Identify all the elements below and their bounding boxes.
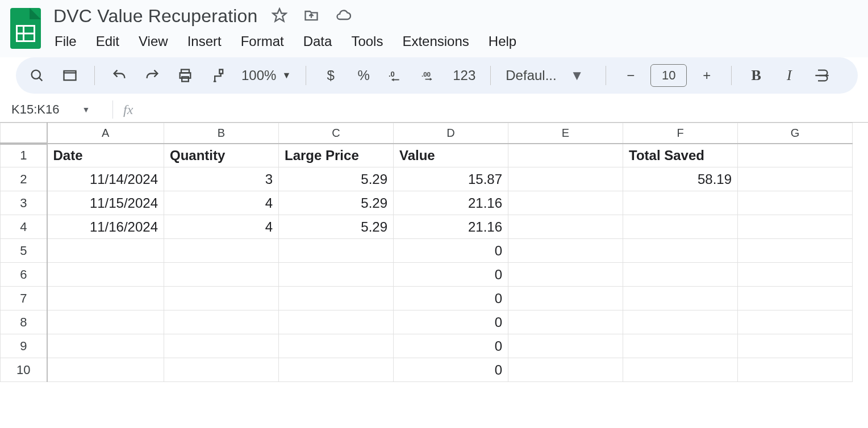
strikethrough-button[interactable] bbox=[812, 64, 832, 87]
cell-D9[interactable]: 0 bbox=[394, 334, 508, 358]
bold-button[interactable]: B bbox=[746, 64, 766, 87]
cell-B4[interactable]: 4 bbox=[164, 215, 279, 239]
filter-views-icon[interactable] bbox=[60, 64, 80, 87]
row-header[interactable]: 2 bbox=[1, 167, 47, 191]
redo-icon[interactable] bbox=[143, 64, 162, 87]
menu-data[interactable]: Data bbox=[303, 33, 332, 49]
font-select[interactable]: Defaul... ▼ bbox=[506, 68, 591, 83]
row-header[interactable]: 3 bbox=[1, 191, 47, 215]
cell-F5[interactable] bbox=[623, 239, 738, 263]
cell-B3[interactable]: 4 bbox=[164, 191, 279, 215]
cell-F9[interactable] bbox=[623, 334, 738, 358]
cloud-status-icon[interactable] bbox=[335, 7, 351, 26]
cell-C4[interactable]: 5.29 bbox=[279, 215, 394, 239]
cell-G6[interactable] bbox=[738, 263, 853, 287]
cell-C3[interactable]: 5.29 bbox=[279, 191, 394, 215]
menu-format[interactable]: Format bbox=[241, 33, 284, 49]
cell-E9[interactable] bbox=[508, 334, 623, 358]
sheets-logo[interactable] bbox=[10, 8, 41, 49]
cell-F2[interactable]: 58.19 bbox=[623, 167, 738, 191]
print-icon[interactable] bbox=[176, 64, 195, 87]
menu-edit[interactable]: Edit bbox=[96, 33, 119, 49]
cell-A4[interactable]: 11/16/2024 bbox=[47, 215, 164, 239]
cell-D1[interactable]: Value bbox=[394, 144, 508, 167]
cell-G2[interactable] bbox=[738, 167, 853, 191]
col-header-D[interactable]: D bbox=[394, 123, 508, 144]
row-header[interactable]: 6 bbox=[1, 263, 47, 287]
menu-extensions[interactable]: Extensions bbox=[402, 33, 469, 49]
cell-D10[interactable]: 0 bbox=[394, 358, 508, 382]
cell-B5[interactable] bbox=[164, 239, 279, 263]
cell-B10[interactable] bbox=[164, 358, 279, 382]
row-header[interactable]: 5 bbox=[1, 239, 47, 263]
cell-F3[interactable] bbox=[623, 191, 738, 215]
cell-A1[interactable]: Date bbox=[47, 144, 164, 167]
cell-F6[interactable] bbox=[623, 263, 738, 287]
col-header-E[interactable]: E bbox=[508, 123, 623, 144]
cell-F1[interactable]: Total Saved bbox=[623, 144, 738, 167]
cell-C5[interactable] bbox=[279, 239, 394, 263]
cell-G8[interactable] bbox=[738, 310, 853, 334]
row-header[interactable]: 7 bbox=[1, 287, 47, 310]
cell-D3[interactable]: 21.16 bbox=[394, 191, 508, 215]
row-header[interactable]: 1 bbox=[1, 144, 47, 167]
cell-C6[interactable] bbox=[279, 263, 394, 287]
search-icon[interactable] bbox=[27, 64, 47, 87]
cell-B9[interactable] bbox=[164, 334, 279, 358]
cell-B1[interactable]: Quantity bbox=[164, 144, 279, 167]
cell-E7[interactable] bbox=[508, 287, 623, 310]
cell-D8[interactable]: 0 bbox=[394, 310, 508, 334]
cell-G10[interactable] bbox=[738, 358, 853, 382]
move-icon[interactable] bbox=[303, 7, 319, 26]
cell-C1[interactable]: Large Price bbox=[279, 144, 394, 167]
document-title[interactable]: DVC Value Recuperation bbox=[53, 6, 258, 27]
col-header-C[interactable]: C bbox=[279, 123, 394, 144]
cell-G9[interactable] bbox=[738, 334, 853, 358]
cell-E10[interactable] bbox=[508, 358, 623, 382]
increase-decimal-button[interactable]: .00 bbox=[420, 64, 439, 87]
paint-format-icon[interactable] bbox=[208, 64, 228, 87]
cell-F8[interactable] bbox=[623, 310, 738, 334]
menu-view[interactable]: View bbox=[139, 33, 168, 49]
format-auto-button[interactable]: 123 bbox=[453, 64, 475, 87]
cell-F4[interactable] bbox=[623, 215, 738, 239]
cell-E5[interactable] bbox=[508, 239, 623, 263]
cell-C9[interactable] bbox=[279, 334, 394, 358]
select-all-corner[interactable] bbox=[1, 123, 47, 144]
cell-E4[interactable] bbox=[508, 215, 623, 239]
spreadsheet-grid[interactable]: A B C D E F G 1DateQuantityLarge PriceVa… bbox=[0, 122, 868, 382]
cell-A9[interactable] bbox=[47, 334, 164, 358]
cell-C10[interactable] bbox=[279, 358, 394, 382]
cell-C2[interactable]: 5.29 bbox=[279, 167, 394, 191]
menu-tools[interactable]: Tools bbox=[351, 33, 383, 49]
decrease-font-size-button[interactable]: − bbox=[621, 64, 640, 87]
undo-icon[interactable] bbox=[110, 64, 129, 87]
cell-A2[interactable]: 11/14/2024 bbox=[47, 167, 164, 191]
cell-D4[interactable]: 21.16 bbox=[394, 215, 508, 239]
cell-D6[interactable]: 0 bbox=[394, 263, 508, 287]
cell-B7[interactable] bbox=[164, 287, 279, 310]
decrease-decimal-button[interactable]: .0 bbox=[387, 64, 406, 87]
row-header[interactable]: 10 bbox=[1, 358, 47, 382]
font-size-input[interactable]: 10 bbox=[650, 64, 687, 87]
cell-G4[interactable] bbox=[738, 215, 853, 239]
cell-G7[interactable] bbox=[738, 287, 853, 310]
cell-A3[interactable]: 11/15/2024 bbox=[47, 191, 164, 215]
col-header-G[interactable]: G bbox=[738, 123, 853, 144]
cell-D2[interactable]: 15.87 bbox=[394, 167, 508, 191]
increase-font-size-button[interactable]: + bbox=[697, 64, 716, 87]
cell-E6[interactable] bbox=[508, 263, 623, 287]
cell-D7[interactable]: 0 bbox=[394, 287, 508, 310]
cell-A8[interactable] bbox=[47, 310, 164, 334]
col-header-A[interactable]: A bbox=[47, 123, 164, 144]
cell-B6[interactable] bbox=[164, 263, 279, 287]
cell-G1[interactable] bbox=[738, 144, 853, 167]
cell-A6[interactable] bbox=[47, 263, 164, 287]
cell-G3[interactable] bbox=[738, 191, 853, 215]
cell-B8[interactable] bbox=[164, 310, 279, 334]
row-header[interactable]: 9 bbox=[1, 334, 47, 358]
star-icon[interactable] bbox=[272, 7, 287, 26]
cell-F7[interactable] bbox=[623, 287, 738, 310]
name-box[interactable]: K15:K16 ▼ bbox=[11, 102, 102, 117]
cell-A7[interactable] bbox=[47, 287, 164, 310]
